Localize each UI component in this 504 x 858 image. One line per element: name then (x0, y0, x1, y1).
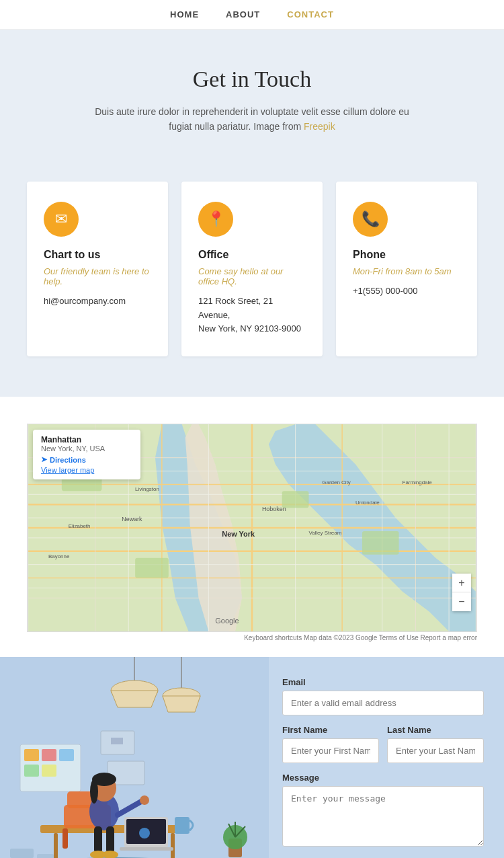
card-office-subtitle: Come say hello at our office HQ. (198, 266, 306, 286)
illustration-svg (0, 657, 269, 858)
location-icon: 📍 (198, 202, 233, 237)
email-field-group: Email (282, 677, 484, 715)
contact-illustration (0, 657, 269, 858)
svg-marker-49 (163, 696, 200, 712)
svg-rect-62 (171, 833, 175, 858)
card-phone-detail: +1(555) 000-000 (353, 284, 460, 299)
nav-home[interactable]: HOME (170, 9, 199, 20)
card-phone: 📞 Phone Mon-Fri from 8am to 5am +1(555) … (336, 182, 477, 356)
svg-rect-51 (111, 738, 123, 744)
firstname-field-group: First Name (282, 725, 379, 763)
card-phone-title: Phone (353, 249, 460, 261)
email-label: Email (282, 677, 484, 687)
svg-text:Valley Stream: Valley Stream (308, 530, 341, 536)
map-directions-btn[interactable]: ➤ Directions (41, 455, 86, 464)
card-office-detail: 121 Rock Sreet, 21 Avenue,New York, NY 9… (198, 295, 306, 336)
svg-rect-56 (59, 749, 74, 761)
hero-freepik-link[interactable]: Freepik (304, 121, 335, 132)
lastname-label: Last Name (387, 725, 484, 735)
contact-form-area: Email First Name Last Name Message MAKE … (269, 657, 504, 858)
card-office: 📍 Office Come say hello at our office HQ… (181, 182, 323, 356)
message-label: Message (282, 773, 484, 783)
nav-about[interactable]: ABOUT (226, 9, 260, 20)
map-footer: Keyboard shortcuts Map data ©2023 Google… (27, 632, 477, 644)
map-container[interactable]: New York Newark Hoboken Bayonne Garden C… (27, 424, 477, 632)
message-field-group: Message (282, 773, 484, 849)
svg-rect-81 (175, 817, 190, 834)
zoom-in-button[interactable]: + (452, 574, 471, 592)
svg-rect-87 (10, 849, 34, 858)
svg-rect-58 (42, 765, 56, 777)
card-office-title: Office (198, 249, 306, 261)
card-chat-title: Chart to us (44, 249, 151, 261)
card-chat-detail: hi@ourcompany.com (44, 295, 151, 309)
map-section: New York Newark Hoboken Bayonne Garden C… (0, 397, 504, 657)
svg-text:Bayonne: Bayonne (48, 553, 70, 559)
svg-text:Livingston: Livingston (135, 487, 159, 493)
svg-rect-31 (362, 531, 399, 555)
email-input[interactable] (282, 691, 484, 715)
card-phone-subtitle: Mon-Fri from 8am to 5am (353, 266, 460, 276)
svg-rect-54 (24, 749, 39, 761)
navigation: HOME ABOUT CONTACT (0, 0, 504, 30)
nav-contact[interactable]: CONTACT (287, 9, 334, 20)
svg-text:Uniondale: Uniondale (355, 500, 380, 506)
svg-text:Farmingdale: Farmingdale (403, 480, 433, 486)
map-zoom-controls: + − (452, 574, 471, 611)
svg-point-74 (90, 779, 98, 804)
lastname-input[interactable] (387, 738, 484, 763)
svg-text:Garden City: Garden City (322, 480, 350, 486)
page-title: Get in Touch (27, 67, 477, 92)
svg-marker-46 (111, 691, 158, 707)
svg-text:Elizabeth: Elizabeth (69, 523, 91, 529)
svg-text:Hoboken: Hoboken (262, 506, 286, 512)
map-place-sub: New York, NY, USA (41, 444, 132, 453)
svg-text:Newark: Newark (122, 516, 142, 522)
name-row: First Name Last Name (282, 725, 484, 773)
directions-arrow-icon: ➤ (41, 455, 47, 464)
firstname-label: First Name (282, 725, 379, 735)
zoom-out-button[interactable]: − (452, 592, 471, 611)
message-textarea[interactable] (282, 786, 484, 847)
svg-rect-55 (42, 749, 56, 761)
svg-rect-89 (37, 854, 54, 858)
hero-body: Duis aute irure dolor in reprehenderit i… (84, 104, 420, 134)
contact-section: Email First Name Last Name Message MAKE … (0, 657, 504, 858)
svg-rect-65 (62, 828, 68, 849)
svg-point-76 (140, 795, 149, 805)
email-icon: ✉ (44, 202, 79, 237)
view-larger-map-link[interactable]: View larger map (41, 466, 132, 474)
lastname-field-group: Last Name (387, 725, 484, 763)
phone-icon: 📞 (353, 202, 388, 237)
svg-rect-30 (135, 558, 169, 578)
svg-rect-57 (24, 765, 39, 777)
svg-text:New York: New York (222, 530, 255, 538)
map-place-name: Manhattan (41, 435, 132, 444)
svg-point-79 (139, 828, 150, 838)
card-chat-subtitle: Our friendly team is here to help. (44, 266, 151, 286)
firstname-input[interactable] (282, 738, 379, 763)
contact-cards: ✉ Chart to us Our friendly team is here … (27, 182, 477, 356)
card-chat: ✉ Chart to us Our friendly team is here … (27, 182, 168, 356)
svg-rect-69 (106, 826, 114, 853)
svg-rect-61 (54, 833, 58, 858)
cards-section: ✉ Chart to us Our friendly team is here … (0, 168, 504, 397)
svg-rect-80 (120, 847, 173, 851)
hero-section: Get in Touch Duis aute irure dolor in re… (0, 30, 504, 168)
map-popup: Manhattan New York, NY, USA ➤ Directions… (33, 430, 140, 479)
svg-rect-68 (94, 826, 102, 853)
svg-text:Google: Google (215, 617, 239, 625)
